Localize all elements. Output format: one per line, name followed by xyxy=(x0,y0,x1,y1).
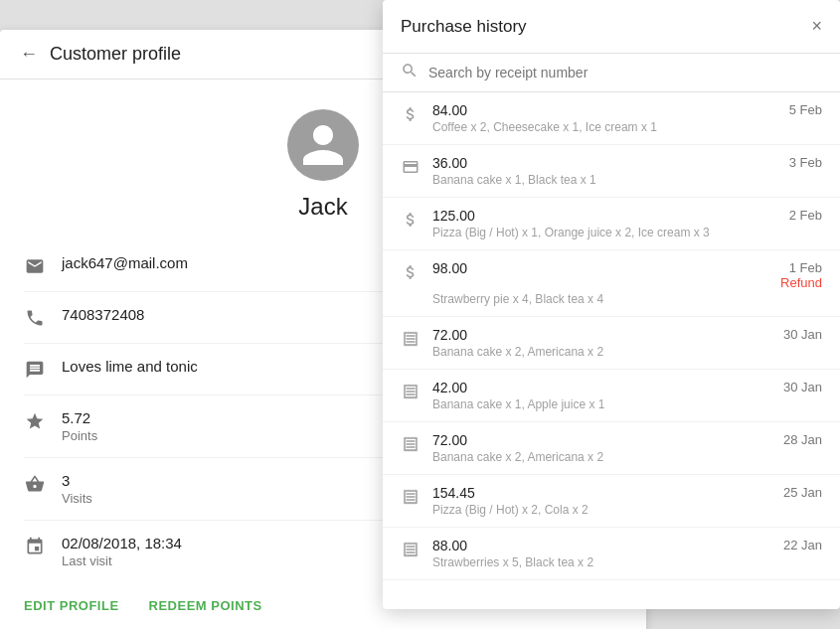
receipt-items: Strawberry pie x 4, Black tea x 4 xyxy=(432,292,822,306)
receipt-content: 125.00 2 Feb Pizza (Big / Hot) x 1, Oran… xyxy=(432,208,822,239)
last-visit-label: Last visit xyxy=(62,553,182,568)
receipt-items: Banana cake x 1, Black tea x 1 xyxy=(432,173,822,187)
receipt-content: 88.00 22 Jan Strawberries x 5, Black tea… xyxy=(432,538,822,569)
refund-label: Refund xyxy=(780,275,822,290)
receipt-content: 42.00 30 Jan Banana cake x 1, Apple juic… xyxy=(432,380,822,411)
back-arrow-icon[interactable]: ← xyxy=(20,44,38,65)
receipt-content: 98.00 1 Feb Refund Strawberry pie x 4, B… xyxy=(432,260,822,306)
receipt-top: 84.00 5 Feb xyxy=(432,102,822,118)
receipt-type-icon xyxy=(401,210,420,230)
phone-icon xyxy=(24,307,46,329)
receipt-content: 84.00 5 Feb Coffee x 2, Cheesecake x 1, … xyxy=(432,102,822,134)
note-value: Loves lime and tonic xyxy=(62,358,198,375)
receipt-date: 30 Jan xyxy=(783,380,822,394)
purchase-list: 84.00 5 Feb Coffee x 2, Cheesecake x 1, … xyxy=(383,92,840,609)
purchase-history-header: Purchase history × xyxy=(383,0,840,54)
receipt-date: 1 Feb xyxy=(789,260,822,275)
receipt-type-icon xyxy=(401,157,420,177)
receipt-amount: 125.00 xyxy=(432,208,475,224)
email-value: jack647@mail.com xyxy=(62,254,188,271)
receipt-item[interactable]: 84.00 5 Feb Coffee x 2, Cheesecake x 1, … xyxy=(383,92,840,145)
receipt-amount: 72.00 xyxy=(432,327,467,343)
receipt-type-icon xyxy=(401,487,420,507)
person-icon xyxy=(298,120,348,170)
edit-profile-button[interactable]: EDIT PROFILE xyxy=(24,598,119,613)
points-value: 5.72 xyxy=(62,409,97,426)
profile-header-left: ← Customer profile xyxy=(20,44,181,65)
receipt-amount: 72.00 xyxy=(432,432,467,448)
receipt-content: 72.00 28 Jan Banana cake x 2, Americana … xyxy=(432,432,822,464)
receipt-top: 72.00 28 Jan xyxy=(432,432,822,448)
profile-title: Customer profile xyxy=(50,44,181,65)
last-visit-content: 02/08/2018, 18:34 Last visit xyxy=(62,535,182,568)
search-row xyxy=(383,54,840,92)
receipt-top: 72.00 30 Jan xyxy=(432,327,822,343)
receipt-item[interactable]: 98.00 1 Feb Refund Strawberry pie x 4, B… xyxy=(383,250,840,317)
purchase-history-panel: Purchase history × 84.00 5 Feb Coffee x … xyxy=(383,0,840,609)
receipt-items: Banana cake x 1, Apple juice x 1 xyxy=(432,397,822,411)
receipt-top: 154.45 25 Jan xyxy=(432,485,822,501)
calendar-icon xyxy=(24,536,46,557)
points-content: 5.72 Points xyxy=(62,409,97,443)
receipt-amount: 88.00 xyxy=(432,538,467,553)
star-icon xyxy=(24,410,46,432)
search-icon xyxy=(401,62,419,83)
receipt-date: 2 Feb xyxy=(789,208,822,223)
phone-content: 7408372408 xyxy=(62,306,144,323)
receipt-date: 30 Jan xyxy=(783,327,822,342)
search-input[interactable] xyxy=(428,65,822,80)
receipt-type-icon xyxy=(401,382,420,401)
receipt-date: 22 Jan xyxy=(783,538,822,552)
redeem-points-button[interactable]: REDEEM POINTS xyxy=(149,598,262,613)
receipt-date: 28 Jan xyxy=(783,432,822,447)
receipt-type-icon xyxy=(401,262,420,282)
phone-value: 7408372408 xyxy=(62,306,144,323)
receipt-content: 154.45 25 Jan Pizza (Big / Hot) x 2, Col… xyxy=(432,485,822,517)
visits-value: 3 xyxy=(62,472,92,489)
receipt-items: Pizza (Big / Hot) x 1, Orange juice x 2,… xyxy=(432,226,822,239)
close-button[interactable]: × xyxy=(811,16,822,37)
note-icon xyxy=(24,359,46,381)
receipt-amount: 36.00 xyxy=(432,155,467,171)
receipt-item[interactable]: 42.00 30 Jan Banana cake x 1, Apple juic… xyxy=(383,370,840,422)
receipt-amount: 154.45 xyxy=(432,485,475,501)
receipt-type-icon xyxy=(401,104,420,124)
avatar xyxy=(287,109,359,181)
last-visit-value: 02/08/2018, 18:34 xyxy=(62,535,182,551)
receipt-date: 3 Feb xyxy=(789,155,822,170)
receipt-content: 72.00 30 Jan Banana cake x 2, Americana … xyxy=(432,327,822,359)
receipt-item[interactable]: 72.00 28 Jan Banana cake x 2, Americana … xyxy=(383,422,840,475)
receipt-top: 98.00 1 Feb Refund xyxy=(432,260,822,290)
receipt-items: Coffee x 2, Cheesecake x 1, Ice cream x … xyxy=(432,120,822,134)
receipt-date: 25 Jan xyxy=(783,485,822,500)
purchase-history-title: Purchase history xyxy=(401,17,527,37)
receipt-top: 125.00 2 Feb xyxy=(432,208,822,224)
profile-name: Jack xyxy=(298,193,347,221)
receipt-item[interactable]: 125.00 2 Feb Pizza (Big / Hot) x 1, Oran… xyxy=(383,198,840,250)
receipt-items: Pizza (Big / Hot) x 2, Cola x 2 xyxy=(432,503,822,517)
basket-icon xyxy=(24,473,46,495)
receipt-type-icon xyxy=(401,329,420,349)
note-content: Loves lime and tonic xyxy=(62,358,198,375)
email-content: jack647@mail.com xyxy=(62,254,188,271)
receipt-item[interactable]: 154.45 25 Jan Pizza (Big / Hot) x 2, Col… xyxy=(383,475,840,528)
receipt-content: 36.00 3 Feb Banana cake x 1, Black tea x… xyxy=(432,155,822,187)
receipt-date: 5 Feb xyxy=(789,102,822,117)
email-icon xyxy=(24,255,46,277)
receipt-type-icon xyxy=(401,540,420,559)
visits-content: 3 Visits xyxy=(62,472,92,506)
receipt-type-icon xyxy=(401,434,420,454)
receipt-top: 36.00 3 Feb xyxy=(432,155,822,171)
receipt-amount: 98.00 xyxy=(432,260,467,276)
receipt-items: Banana cake x 2, Americana x 2 xyxy=(432,450,822,464)
receipt-item[interactable]: 36.00 3 Feb Banana cake x 1, Black tea x… xyxy=(383,145,840,198)
visits-label: Visits xyxy=(62,491,92,506)
receipt-items: Strawberries x 5, Black tea x 2 xyxy=(432,555,822,569)
receipt-top: 88.00 22 Jan xyxy=(432,538,822,553)
receipt-item[interactable]: 88.00 22 Jan Strawberries x 5, Black tea… xyxy=(383,528,840,580)
receipt-amount: 42.00 xyxy=(432,380,467,395)
receipt-top: 42.00 30 Jan xyxy=(432,380,822,395)
receipt-items: Banana cake x 2, Americana x 2 xyxy=(432,345,822,359)
receipt-item[interactable]: 72.00 30 Jan Banana cake x 2, Americana … xyxy=(383,317,840,370)
receipt-amount: 84.00 xyxy=(432,102,467,118)
